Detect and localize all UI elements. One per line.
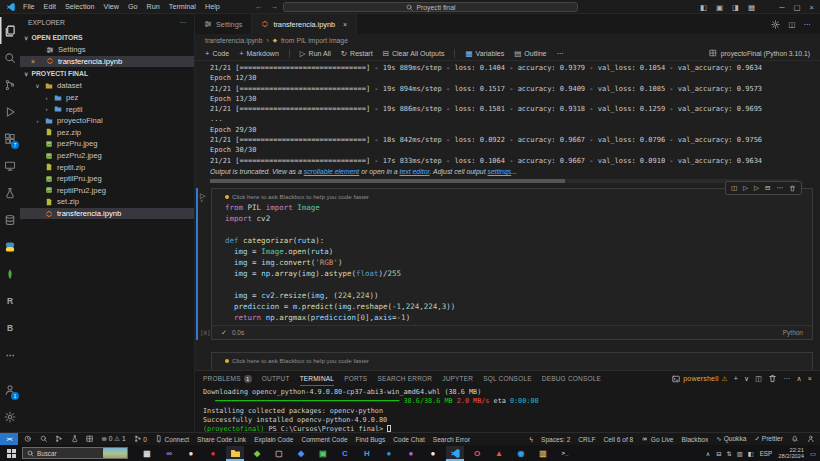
scrollable-element-link[interactable]: scrollable element <box>304 168 360 175</box>
status-code-chat[interactable]: Code Chat <box>393 436 425 443</box>
configure-icon[interactable] <box>771 20 780 29</box>
status-quokka[interactable]: ∿ Quokka <box>716 435 746 443</box>
activity-blackbox[interactable]: B <box>0 314 20 341</box>
activity-python[interactable] <box>0 233 20 260</box>
panel-tab-jupyter[interactable]: JUPYTER <box>442 371 473 386</box>
restart-button[interactable]: ↻Restart <box>341 49 373 58</box>
nav-back-icon[interactable]: ← <box>255 2 263 11</box>
menu-selection[interactable]: Selection <box>65 2 95 11</box>
output-horizontal-scrollbar[interactable] <box>210 179 798 183</box>
taskbar-visual-studio[interactable]: ∞ <box>160 446 178 461</box>
taskbar-search[interactable]: Buscar <box>22 447 128 459</box>
settings-link[interactable]: settings <box>487 168 511 175</box>
tree-item-proyectofinal[interactable]: ›proyectoFinal <box>20 115 194 127</box>
status-lightning[interactable]: ϟ <box>530 436 534 443</box>
more-button[interactable]: ⋯ <box>557 49 565 58</box>
open-editor-settings[interactable]: Settings <box>20 44 194 56</box>
toggle-primary-sidebar-icon[interactable]: ◧ <box>700 3 707 12</box>
taskbar-app-blue-circle[interactable]: ● <box>380 446 398 461</box>
search-highlight-image[interactable] <box>103 448 127 458</box>
cell-output[interactable]: 21/21 [==============================] -… <box>210 63 816 166</box>
terminal[interactable]: Downloading opencv_python-4.9.0.80-cp37-… <box>203 388 816 432</box>
menu-edit[interactable]: Edit <box>44 2 56 11</box>
tree-item-transferencia-ipynb[interactable]: transferencia.ipynb <box>20 208 194 220</box>
status-indentation[interactable]: Spaces: 2 <box>541 436 570 443</box>
menu-file[interactable]: File <box>23 2 35 11</box>
taskbar-app-green[interactable]: ◆ <box>248 446 266 461</box>
new-terminal-icon[interactable]: + <box>734 375 738 382</box>
status-accessibility[interactable] <box>807 435 815 443</box>
taskbar-vscode[interactable] <box>446 446 464 461</box>
tray-network-icon[interactable]: ▥ <box>737 450 743 457</box>
activity-r-language[interactable]: R <box>0 287 20 314</box>
add-markdown-button[interactable]: +Markdown <box>239 49 279 58</box>
activity-extensions[interactable]: 7 <box>0 125 20 152</box>
edit-cell-icon[interactable]: ◫ <box>731 184 737 192</box>
menu-view[interactable]: View <box>104 2 119 11</box>
tray-volume-icon[interactable]: ◧ <box>748 450 754 457</box>
activity-settings[interactable] <box>0 403 20 430</box>
hidden-icons-chevron[interactable]: ∧ <box>706 450 710 457</box>
close-tab-icon[interactable]: × <box>343 21 347 28</box>
text-editor-link[interactable]: text editor <box>400 168 430 175</box>
tray-sync-icon[interactable]: ⇅ <box>726 450 731 457</box>
explorer-more-actions-icon[interactable]: ⋯ <box>179 19 186 27</box>
run-above-icon[interactable]: ▷ <box>743 184 748 192</box>
status-table-status[interactable] <box>86 435 94 443</box>
more-actions-icon[interactable]: ⋯ <box>804 20 812 29</box>
taskbar-opera[interactable]: O <box>468 446 486 461</box>
close-button[interactable]: × <box>810 3 814 12</box>
taskbar-unity[interactable]: ● <box>182 446 200 461</box>
panel-tab-output[interactable]: OUTPUT <box>262 371 290 386</box>
activity-explorer[interactable] <box>0 17 20 44</box>
activity-database[interactable] <box>0 206 20 233</box>
tree-item-reptil-zip[interactable]: reptil.zip <box>20 161 194 173</box>
taskbar-windows-terminal[interactable]: >_ <box>556 446 574 461</box>
terminal-dropdown-icon[interactable]: ∨ <box>744 375 749 383</box>
status-eol[interactable]: CRLF <box>578 436 595 443</box>
taskbar-calibre[interactable]: ▥ <box>534 446 552 461</box>
taskbar-task-view[interactable]: ▦ <box>138 446 156 461</box>
breadcrumb[interactable]: transferencia.ipynb › ◆ from PIL import … <box>195 34 820 46</box>
tab-settings[interactable]: Settings <box>195 14 252 34</box>
menu-terminal[interactable]: Terminal <box>169 2 196 11</box>
run-dropdown-icon[interactable]: ∨ <box>200 198 211 203</box>
taskbar-github-desktop[interactable]: ● <box>402 446 420 461</box>
split-terminal-icon[interactable]: ◫ <box>755 375 762 383</box>
tray-device-icon[interactable]: ⊟ <box>716 450 721 457</box>
minimize-button[interactable]: ─ <box>779 3 784 12</box>
status-history[interactable] <box>24 435 32 443</box>
status-search-error[interactable]: Search Error <box>433 436 470 443</box>
tree-item-reptil[interactable]: ›reptil <box>20 103 194 115</box>
tree-item-reptilpru-jpeg[interactable]: reptilPru.jpeg <box>20 173 194 185</box>
taskbar-app-white-circle[interactable]: ● <box>424 446 442 461</box>
status-comment-code[interactable]: Comment Code <box>301 436 347 443</box>
tree-item-dataset[interactable]: ∨dataset <box>20 80 194 92</box>
status-cell-position[interactable]: Cell 6 of 8 <box>604 436 634 443</box>
split-editor-icon[interactable]: ◫ <box>788 20 795 29</box>
taskbar-clock[interactable]: 22:2128/2/2024 <box>778 447 804 460</box>
menu-go[interactable]: Go <box>128 2 138 11</box>
close-icon[interactable]: × <box>31 58 35 65</box>
status-share-code-link[interactable]: Share Code Link <box>197 436 246 443</box>
status-explain-code[interactable]: Explain Code <box>254 436 293 443</box>
status-blackbox-status[interactable]: Blackbox <box>682 436 709 443</box>
panel-tab-problems[interactable]: PROBLEMS1 <box>203 371 252 386</box>
more-actions-icon[interactable]: ⋯ <box>777 184 784 192</box>
taskbar-app-green-box[interactable]: ▣ <box>314 446 332 461</box>
panel-tab-ports[interactable]: PORTS <box>344 371 367 386</box>
terminal-profile[interactable]: powershell⚠ <box>672 375 728 383</box>
variables-button[interactable]: ▦Variables <box>465 49 504 58</box>
next-code-cell[interactable]: Click here to ask Blackbox to help you c… <box>211 352 813 370</box>
toggle-panel-icon[interactable]: ▣ <box>716 3 723 12</box>
command-center[interactable]: Proyecti final <box>283 2 578 12</box>
menu-help[interactable]: Help <box>205 2 220 11</box>
panel-tab-search-error[interactable]: SEARCH ERROR <box>377 371 432 386</box>
project-folder-header[interactable]: ∨ PROYECTI FINAL <box>20 67 194 80</box>
tree-item-pez[interactable]: ›pez <box>20 92 194 104</box>
status-search-status[interactable] <box>40 435 48 443</box>
kernel-picker[interactable]: proyectoFinal (Python 3.10.1) <box>709 49 810 57</box>
taskbar-opera-gx[interactable]: ● <box>204 446 222 461</box>
taskbar-app-eye[interactable]: ◉ <box>512 446 530 461</box>
tree-item-set-zip[interactable]: set.zip <box>20 196 194 208</box>
